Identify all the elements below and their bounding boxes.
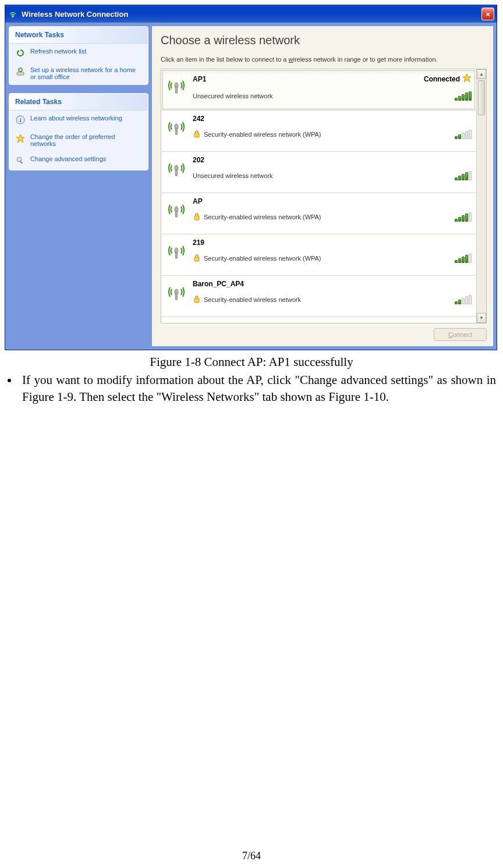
svg-text:i: i [19, 116, 21, 123]
network-security: Security-enabled wireless network (WPA) [204, 255, 321, 262]
svg-rect-16 [194, 216, 199, 220]
svg-rect-8 [176, 87, 178, 93]
svg-rect-1 [17, 72, 24, 75]
window-body: Network Tasks Refresh network list Set u… [5, 23, 497, 350]
wireless-signal-icon [166, 73, 187, 106]
network-name: Baron_PC_AP4 [193, 280, 244, 288]
svg-point-2 [19, 68, 22, 72]
network-security: Security-enabled wireless network [204, 296, 301, 303]
refresh-icon [15, 48, 26, 58]
task-label: Change the order of preferred networks [30, 133, 142, 147]
signal-strength-icon [455, 91, 472, 101]
lock-icon [193, 212, 201, 222]
network-item[interactable]: APSecurity-enabled wireless network (WPA… [161, 193, 476, 234]
setup-network-icon [15, 66, 26, 77]
network-tasks-panel: Network Tasks Refresh network list Set u… [9, 26, 148, 85]
task-label: Learn about wireless networking [30, 115, 122, 122]
sidebar: Network Tasks Refresh network list Set u… [9, 26, 148, 346]
wireless-signal-icon [166, 280, 187, 312]
wireless-icon [8, 9, 18, 19]
svg-rect-19 [194, 257, 199, 261]
info-icon: i [15, 115, 26, 125]
task-label: Refresh network list [30, 48, 87, 55]
task-label: Set up a wireless network for a home or … [30, 66, 142, 80]
window-title: Wireless Network Connection [22, 10, 481, 19]
wireless-signal-icon [166, 197, 187, 230]
footer: Connect [161, 323, 487, 341]
network-status: Connected [424, 73, 472, 84]
svg-point-5 [17, 157, 22, 162]
related-tasks-panel: Related Tasks i Learn about wireless net… [9, 93, 148, 170]
network-item[interactable]: 202Unsecured wireless network [161, 152, 476, 193]
document-bullet: If you want to modify information about … [19, 372, 496, 405]
signal-strength-icon [455, 254, 472, 263]
lock-icon [193, 254, 201, 263]
scroll-up-button[interactable]: ▲ [477, 69, 486, 79]
network-security: Unsecured wireless network [193, 93, 273, 99]
main-heading: Choose a wireless network [161, 34, 487, 47]
wireless-signal-icon [166, 156, 187, 188]
page-number: 7/64 [0, 850, 503, 862]
close-icon: × [486, 10, 490, 19]
scroll-track[interactable] [477, 116, 486, 313]
related-tasks-header: Related Tasks [9, 94, 148, 111]
network-item[interactable]: 219Security-enabled wireless network (WP… [161, 234, 476, 276]
window-titlebar: Wireless Network Connection × [5, 5, 497, 23]
network-name: AP [193, 197, 203, 205]
signal-strength-icon [455, 171, 472, 180]
network-list: AP1Connected Unsecured wireless network2… [161, 69, 487, 323]
wireless-signal-icon [166, 115, 187, 147]
network-name: 202 [193, 156, 204, 164]
svg-rect-13 [176, 170, 178, 176]
main-instruction: Click an item in the list below to conne… [161, 55, 487, 64]
network-list-inner: AP1Connected Unsecured wireless network2… [161, 69, 476, 323]
network-item[interactable]: Baron_PC_AP4Security-enabled wireless ne… [161, 276, 476, 317]
network-item[interactable]: AP1Connected Unsecured wireless network [161, 69, 476, 111]
signal-strength-icon [455, 295, 472, 304]
wireless-network-window: Wireless Network Connection × Network Ta… [5, 5, 497, 350]
svg-point-0 [12, 15, 14, 17]
lock-icon [193, 130, 201, 139]
sidebar-spacer [9, 179, 148, 346]
svg-rect-21 [176, 294, 178, 300]
signal-strength-icon [455, 130, 472, 139]
document-bullet-list: If you want to modify information about … [19, 372, 496, 405]
connect-button[interactable]: Connect [434, 328, 487, 341]
network-security: Unsecured wireless network [193, 172, 273, 179]
scroll-down-button[interactable]: ▼ [477, 313, 486, 323]
network-security: Security-enabled wireless network (WPA) [204, 131, 321, 138]
figure-caption: Figure 1-8 Connect AP: AP1 successfully [0, 355, 503, 369]
network-tasks-header: Network Tasks [9, 27, 148, 44]
svg-rect-15 [176, 211, 178, 217]
svg-rect-11 [194, 133, 199, 137]
change-advanced-link[interactable]: Change advanced settings [9, 151, 148, 170]
setup-network-link[interactable]: Set up a wireless network for a home or … [9, 62, 148, 84]
svg-rect-10 [176, 129, 178, 134]
close-button[interactable]: × [481, 8, 494, 20]
learn-wireless-link[interactable]: i Learn about wireless networking [9, 111, 148, 129]
network-name: 242 [193, 115, 204, 123]
network-security: Security-enabled wireless network (WPA) [204, 214, 321, 220]
refresh-network-link[interactable]: Refresh network list [9, 44, 148, 62]
svg-rect-18 [176, 252, 178, 258]
task-label: Change advanced settings [30, 155, 106, 162]
main-area: Choose a wireless network Click an item … [152, 26, 493, 346]
network-item[interactable]: 242Security-enabled wireless network (WP… [161, 111, 476, 152]
settings-icon [15, 155, 26, 166]
wireless-signal-icon [166, 239, 187, 271]
svg-rect-22 [194, 298, 199, 303]
network-name: AP1 [193, 75, 206, 83]
scrollbar[interactable]: ▲ ▼ [476, 69, 486, 323]
scroll-thumb[interactable] [478, 80, 485, 115]
lock-icon [193, 295, 201, 304]
signal-strength-icon [455, 212, 472, 222]
network-name: 219 [193, 239, 204, 247]
change-order-link[interactable]: Change the order of preferred networks [9, 129, 148, 151]
favorite-star-icon [462, 73, 472, 84]
star-icon [15, 133, 26, 144]
